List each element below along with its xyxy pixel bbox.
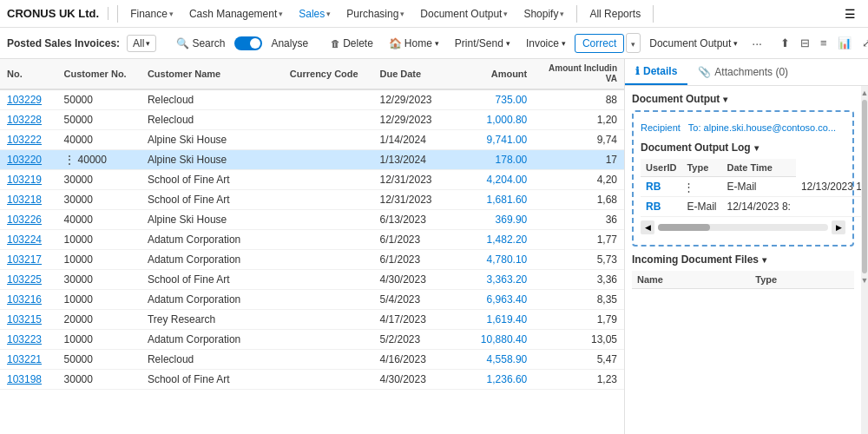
row-context-menu[interactable]: ⋮ (64, 154, 75, 166)
customer-no: 30000 (57, 190, 141, 210)
log-row-menu-icon[interactable]: ⋮ (681, 177, 721, 197)
currency-code (283, 370, 373, 390)
invoice-no[interactable]: 103228 (0, 110, 57, 130)
scroll-left-button[interactable]: ◀ (641, 220, 654, 234)
table-row[interactable]: 10322410000Adatum Corporation6/1/20231,4… (0, 230, 624, 250)
more-options-button[interactable]: ··· (746, 34, 767, 53)
nav-shopify[interactable]: Shopify ▾ (516, 4, 571, 23)
brand-logo: CRONUS UK Ltd. (7, 7, 108, 20)
invoice-no[interactable]: 103223 (0, 330, 57, 350)
scroll-right-button[interactable]: ▶ (832, 220, 845, 234)
table-row[interactable]: 10322150000Relecloud4/16/20234,558.905,4… (0, 350, 624, 370)
invoice-no[interactable]: 103224 (0, 230, 57, 250)
table-row[interactable]: 10321930000School of Fine Art12/31/20234… (0, 170, 624, 190)
invoice-no[interactable]: 103226 (0, 210, 57, 230)
currency-code (283, 170, 373, 190)
customer-no: 10000 (57, 230, 141, 250)
customer-name: School of Fine Art (141, 190, 283, 210)
nav-finance[interactable]: Finance ▾ (123, 4, 181, 23)
table-row[interactable]: 10322850000Relecloud12/29/20231,000.801,… (0, 110, 624, 130)
recipient-row: Recipient To: alpine.ski.house@contoso.c… (641, 119, 845, 138)
table-row[interactable]: 10322530000School of Fine Art4/30/20233,… (0, 270, 624, 290)
table-row[interactable]: 10321830000School of Fine Art12/31/20231… (0, 190, 624, 210)
table-row[interactable]: 10319830000School of Fine Art4/30/20231,… (0, 370, 624, 390)
invoice-no[interactable]: 103218 (0, 190, 57, 210)
table-row[interactable]: 10321520000Trey Research4/17/20231,619.4… (0, 310, 624, 330)
table-row[interactable]: 103220⋮40000Alpine Ski House1/13/2024178… (0, 150, 624, 170)
horizontal-scrollbar[interactable]: ◀ ▶ (641, 217, 845, 238)
search-button[interactable]: 🔍 Search (168, 34, 233, 53)
invoice-button[interactable]: Invoice ▾ (519, 35, 573, 52)
table-container[interactable]: No. Customer No. Customer Name Currency … (0, 59, 624, 434)
hamburger-menu-button[interactable]: ☰ (839, 3, 861, 24)
analyse-button[interactable]: Analyse (264, 35, 315, 52)
chevron-down-icon: ▾ (435, 39, 439, 48)
nav-all-reports[interactable]: All Reports (582, 4, 648, 23)
chevron-down-icon: ▾ (631, 40, 635, 49)
amount: 1,681.60 (458, 190, 534, 210)
nav-cash-management[interactable]: Cash Management ▾ (182, 4, 290, 23)
scroll-down-arrow[interactable]: ▼ (860, 275, 868, 286)
nav-purchasing[interactable]: Purchasing ▾ (339, 4, 411, 23)
chart-icon[interactable]: 📊 (833, 34, 856, 52)
doc-output-log-header[interactable]: Document Output Log ▾ (641, 141, 845, 154)
table-row[interactable]: 10321710000Adatum Corporation6/1/20234,7… (0, 250, 624, 270)
expand-icon[interactable]: ⤢ (858, 34, 868, 52)
invoice-no[interactable]: 103229 (0, 89, 57, 110)
layout-icon[interactable]: ≡ (816, 34, 832, 52)
table-row[interactable]: 10322310000Adatum Corporation5/2/202310,… (0, 330, 624, 350)
correct-button[interactable]: Correct (575, 34, 624, 53)
paperclip-icon: 📎 (698, 66, 711, 78)
log-col-userid: UserID (641, 159, 681, 177)
table-row[interactable]: 10321610000Adatum Corporation5/4/20236,9… (0, 290, 624, 310)
invoice-no[interactable]: 103225 (0, 270, 57, 290)
invoice-no[interactable]: 103222 (0, 130, 57, 150)
correct-dropdown-button[interactable]: ▾ (626, 33, 641, 53)
customer-name: Adatum Corporation (141, 230, 283, 250)
customer-name: Adatum Corporation (141, 330, 283, 350)
invoice-no[interactable]: 103220 (0, 150, 57, 170)
col-header-due-date: Due Date (372, 59, 457, 89)
amount: 1,000.80 (458, 110, 534, 130)
incoming-files-header[interactable]: Incoming Document Files ▾ (632, 253, 854, 266)
print-send-button[interactable]: Print/Send ▾ (448, 35, 517, 52)
nav-document-output[interactable]: Document Output ▾ (413, 4, 515, 23)
due-date: 6/1/2023 (372, 230, 457, 250)
table-row[interactable]: 10322240000Alpine Ski House1/14/20249,74… (0, 130, 624, 150)
invoice-no[interactable]: 103221 (0, 350, 57, 370)
home-button[interactable]: 🏠 Home ▾ (382, 35, 446, 52)
invoice-no[interactable]: 103216 (0, 290, 57, 310)
amount-vat: 17 (534, 150, 624, 170)
invoice-no[interactable]: 103219 (0, 170, 57, 190)
nav-divider-3 (653, 5, 654, 23)
amount: 1,619.40 (458, 310, 534, 330)
analyse-toggle[interactable] (234, 36, 262, 50)
amount-vat: 1,77 (534, 230, 624, 250)
customer-name: Alpine Ski House (141, 130, 283, 150)
right-panel-tabs: ℹ Details 📎 Attachments (0) (625, 59, 868, 86)
right-panel-content[interactable]: Document Output ▾ Recipient To: alpine.s… (625, 86, 861, 434)
currency-code (283, 310, 373, 330)
chevron-down-icon: ▾ (560, 10, 564, 18)
invoice-no[interactable]: 103217 (0, 250, 57, 270)
top-navigation: CRONUS UK Ltd. Finance ▾ Cash Management… (0, 0, 868, 28)
table-row[interactable]: 10322640000Alpine Ski House6/13/2023369.… (0, 210, 624, 230)
nav-sales[interactable]: Sales ▾ (292, 4, 338, 23)
right-panel: ℹ Details 📎 Attachments (0) Document Out… (625, 59, 868, 434)
delete-button[interactable]: 🗑 Delete (324, 35, 380, 52)
invoice-no[interactable]: 103198 (0, 370, 57, 390)
right-scrollbar[interactable]: ▲ ▼ (861, 86, 868, 434)
currency-code (283, 270, 373, 290)
amount-vat: 4,20 (534, 170, 624, 190)
document-output-section-header[interactable]: Document Output ▾ (632, 93, 854, 105)
filter-icon[interactable]: ⊟ (796, 34, 814, 52)
filter-all-button[interactable]: All ▾ (127, 35, 156, 52)
tab-details[interactable]: ℹ Details (625, 59, 687, 85)
scroll-up-arrow[interactable]: ▲ (860, 88, 868, 98)
invoice-no[interactable]: 103215 (0, 310, 57, 330)
customer-no-link[interactable]: 40000 (78, 154, 107, 166)
share-icon[interactable]: ⬆ (776, 34, 794, 52)
tab-attachments[interactable]: 📎 Attachments (0) (687, 59, 799, 85)
document-output-toolbar-button[interactable]: Document Output ▾ (642, 35, 745, 52)
table-row[interactable]: 10322950000Relecloud12/29/2023735.0088 (0, 89, 624, 110)
